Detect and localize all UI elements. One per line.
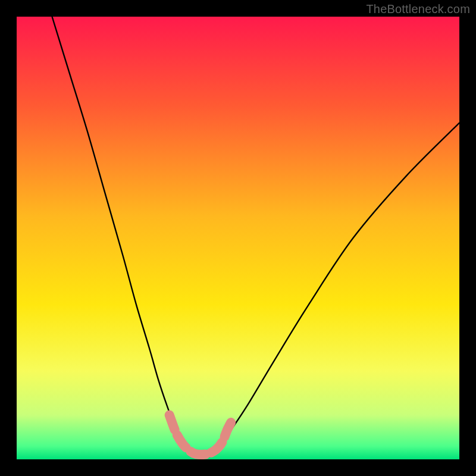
chart-svg [17,17,459,459]
plot-area [17,17,459,459]
gradient-background [17,17,459,459]
chart-frame: TheBottleneck.com [0,0,476,476]
watermark-text: TheBottleneck.com [366,2,470,16]
